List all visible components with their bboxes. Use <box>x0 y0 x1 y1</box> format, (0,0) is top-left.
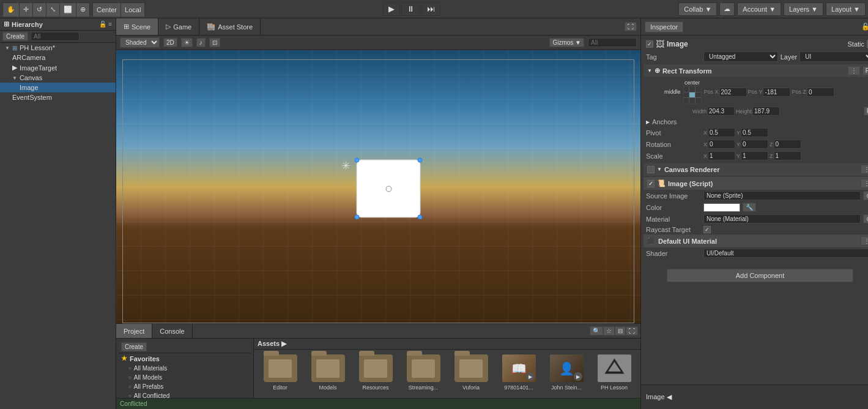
pause-button[interactable]: ⏸ <box>401 2 420 16</box>
shader-value[interactable]: UI/Default <box>703 249 868 258</box>
project-tab[interactable]: Project <box>116 324 152 338</box>
canvas-renderer-section[interactable]: ▼ Canvas Renderer ⋮ <box>644 163 868 176</box>
step-button[interactable]: ⏭ <box>421 2 440 16</box>
2d-button[interactable]: 2D <box>163 38 177 47</box>
image-script-menu[interactable]: ⋮ <box>861 179 868 188</box>
scene-viewport[interactable]: ✳ <box>116 50 640 323</box>
rect-tool[interactable]: ⬜ <box>60 3 76 17</box>
project-options1[interactable]: ☆ <box>603 326 615 336</box>
fx-toggle[interactable]: ⊡ <box>209 38 220 47</box>
audio-toggle[interactable]: ♪ <box>196 38 206 47</box>
asset-phlesson[interactable]: PH Lesson <box>593 355 636 391</box>
pos-y-input[interactable] <box>763 88 790 97</box>
project-options2[interactable]: ⊟ <box>615 326 626 336</box>
rot-y-input[interactable] <box>741 140 768 149</box>
asset-models[interactable]: Models <box>306 355 349 391</box>
sidebar-item-conflicted[interactable]: ○ All Conflicted <box>119 391 251 398</box>
hierarchy-item-arcamera[interactable]: ARCamera <box>0 53 116 62</box>
collab-button[interactable]: Collab ▼ <box>678 2 717 16</box>
hierarchy-item-image[interactable]: Image <box>0 83 116 92</box>
console-tab[interactable]: Console <box>152 324 192 338</box>
account-button[interactable]: Account ▼ <box>737 2 781 16</box>
asset-resources[interactable]: Resources <box>354 355 397 391</box>
color-preview[interactable] <box>703 203 740 212</box>
gizmos-button[interactable]: Gizmos ▼ <box>549 38 584 47</box>
layers-button[interactable]: Layers ▼ <box>784 2 823 16</box>
tag-select[interactable]: Untagged <box>703 51 778 62</box>
scale-x-input[interactable] <box>708 151 735 160</box>
source-image-value[interactable]: None (Sprite) <box>703 191 861 200</box>
inspector-lock[interactable]: 🔓 ≡ <box>861 23 868 31</box>
default-ui-menu[interactable]: ⋮ <box>861 236 868 246</box>
hierarchy-lock[interactable]: 🔓 ≡ <box>99 21 112 28</box>
layout-button[interactable]: Layout ▼ <box>826 2 866 16</box>
scale-tool[interactable]: ⤡ <box>46 3 60 17</box>
material-picker[interactable]: ⊙ <box>863 214 868 223</box>
scale-z-input[interactable] <box>774 151 801 160</box>
source-image-picker[interactable]: ⊙ <box>863 191 868 200</box>
component-enable-checkbox[interactable] <box>646 40 653 48</box>
rot-z-input[interactable] <box>774 140 801 149</box>
handle-top-left[interactable] <box>355 158 360 163</box>
center-button[interactable]: Center <box>93 3 121 17</box>
scene-tab-game[interactable]: ▷ Game <box>158 18 199 35</box>
handle-bottom-left[interactable] <box>355 215 360 220</box>
width-input[interactable] <box>707 107 735 116</box>
project-create-btn[interactable]: Create <box>121 342 147 351</box>
sidebar-item-prefabs[interactable]: ○ All Prefabs <box>119 382 251 391</box>
light-toggle[interactable]: ☀ <box>181 38 193 47</box>
shading-dropdown[interactable]: Shaded <box>120 37 160 48</box>
handle-bottom-right[interactable] <box>418 215 423 220</box>
scene-tab-assetstore[interactable]: 🏬 Asset Store <box>199 18 261 35</box>
height-input[interactable] <box>752 107 780 116</box>
hierarchy-item-eventsystem[interactable]: EventSystem <box>0 92 116 102</box>
hierarchy-search[interactable] <box>31 32 80 41</box>
scene-search[interactable] <box>588 38 637 47</box>
scene-object-image[interactable] <box>357 160 421 218</box>
asset-vuforia[interactable]: Vuforia <box>450 355 492 391</box>
raycast-checkbox[interactable] <box>703 226 711 233</box>
pivot-y-input[interactable] <box>741 128 768 137</box>
play-button[interactable]: ▶ <box>383 2 400 16</box>
asset-streaming[interactable]: Streaming... <box>402 355 445 391</box>
pivot-x-input[interactable] <box>708 128 735 137</box>
hierarchy-item-phlesson[interactable]: ▼ ⊞ PH Lesson* <box>0 43 116 53</box>
hand-tool[interactable]: ✋ <box>3 3 20 17</box>
image-script-enable[interactable] <box>647 180 655 187</box>
sidebar-item-models[interactable]: ○ All Models <box>119 373 251 382</box>
project-maximize[interactable]: ⛶ <box>626 326 638 336</box>
scale-y-input[interactable] <box>741 151 768 160</box>
handle-top-right[interactable] <box>418 158 423 163</box>
local-button[interactable]: Local <box>121 3 144 17</box>
image-script-header[interactable]: 📜 Image (Script) ⋮ <box>644 177 868 190</box>
move-tool[interactable]: ✛ <box>20 3 33 17</box>
hierarchy-item-imagetarget[interactable]: ▶ ImageTarget <box>0 62 116 73</box>
layer-select[interactable]: UI <box>799 51 868 62</box>
project-search-icon[interactable]: 🔍 <box>590 326 603 336</box>
hierarchy-item-canvas[interactable]: ▼ Canvas <box>0 73 116 83</box>
width-height-r-btn[interactable]: R <box>864 107 868 116</box>
add-component-button[interactable]: Add Component <box>667 269 853 282</box>
asset-image1[interactable]: 📖 ▶ 97801401... <box>497 355 540 391</box>
anchor-box[interactable] <box>683 86 702 104</box>
cloud-button[interactable]: ☁ <box>719 2 735 16</box>
favorites-title[interactable]: ★ Favorites <box>119 353 251 364</box>
rotate-tool[interactable]: ↺ <box>33 3 46 17</box>
hierarchy-create-btn[interactable]: Create <box>2 32 28 41</box>
pos-x-input[interactable] <box>719 88 747 97</box>
rect-transform-section[interactable]: ▼ ⊕ Rect Transform ⋮ R <box>644 64 868 77</box>
asset-image2[interactable]: 👤 ▶ John Stein... <box>545 355 588 391</box>
rect-r-btn[interactable]: R <box>862 66 868 75</box>
sidebar-item-materials[interactable]: ○ All Materials <box>119 364 251 373</box>
color-picker-btn[interactable]: 🔧 <box>743 203 756 212</box>
rect-menu-btn[interactable]: ⋮ <box>848 66 860 75</box>
pos-z-input[interactable] <box>807 88 834 97</box>
canvas-renderer-enable[interactable] <box>647 166 655 173</box>
asset-editor[interactable]: Editor <box>259 355 302 391</box>
inspector-tab-inspector[interactable]: Inspector <box>645 21 683 32</box>
canvas-renderer-menu[interactable]: ⋮ <box>861 165 868 174</box>
scene-maximize-btn[interactable]: ⛶ <box>625 22 637 31</box>
scene-tab-scene[interactable]: ⊞ Scene <box>116 18 158 35</box>
material-value[interactable]: None (Material) <box>703 214 861 223</box>
rot-x-input[interactable] <box>708 140 735 149</box>
